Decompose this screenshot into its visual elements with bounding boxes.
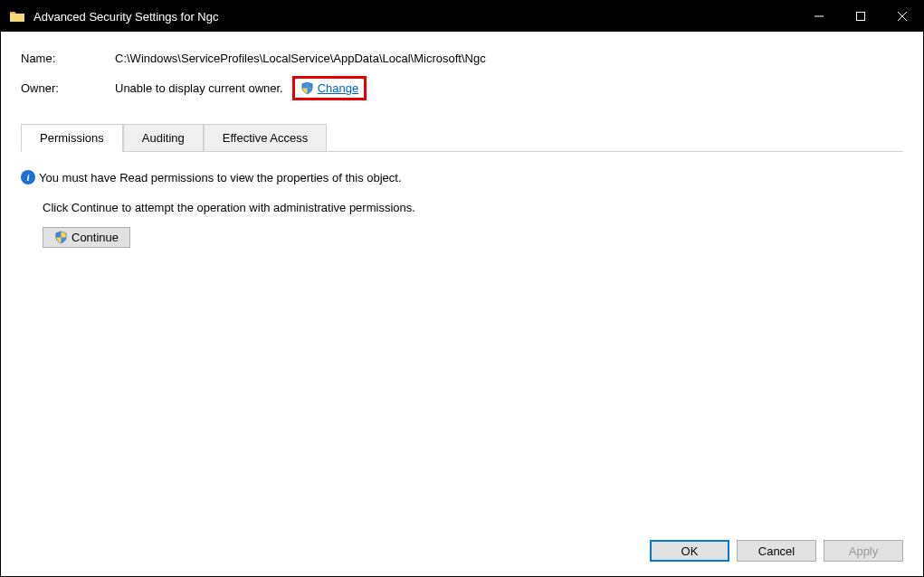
tab-permissions[interactable]: Permissions xyxy=(21,124,123,152)
name-label: Name: xyxy=(21,52,115,65)
continue-label: Continue xyxy=(71,231,119,244)
dialog-footer: OK Cancel Apply xyxy=(21,531,903,576)
close-button[interactable] xyxy=(881,1,923,32)
cancel-button[interactable]: Cancel xyxy=(737,540,816,562)
name-row: Name: C:\Windows\ServiceProfiles\LocalSe… xyxy=(21,52,903,65)
instruct-text: Click Continue to attempt the operation … xyxy=(43,201,903,214)
ok-button[interactable]: OK xyxy=(650,540,729,562)
svg-rect-0 xyxy=(857,13,865,21)
continue-button[interactable]: Continue xyxy=(43,227,130,248)
window-title: Advanced Security Settings for Ngc xyxy=(33,10,219,24)
owner-value: Unable to display current owner. xyxy=(115,81,283,95)
apply-button[interactable]: Apply xyxy=(824,540,903,562)
info-icon: i xyxy=(21,170,35,184)
owner-label: Owner: xyxy=(21,81,115,95)
info-text: You must have Read permissions to view t… xyxy=(39,171,402,184)
tab-effective-access[interactable]: Effective Access xyxy=(204,124,327,151)
maximize-button[interactable] xyxy=(840,1,881,32)
tab-body: i You must have Read permissions to view… xyxy=(21,152,903,531)
shield-icon xyxy=(54,231,68,244)
titlebar: Advanced Security Settings for Ngc xyxy=(1,1,923,32)
change-owner-highlight: Change xyxy=(292,76,367,100)
owner-row: Owner: Unable to display current owner. … xyxy=(21,76,903,100)
tab-strip: Permissions Auditing Effective Access xyxy=(21,124,903,152)
content-area: Name: C:\Windows\ServiceProfiles\LocalSe… xyxy=(1,32,923,576)
tab-auditing[interactable]: Auditing xyxy=(123,124,204,151)
folder-icon xyxy=(10,10,24,23)
change-owner-link[interactable]: Change xyxy=(318,81,359,95)
info-line: i You must have Read permissions to view… xyxy=(21,170,903,184)
minimize-button[interactable] xyxy=(798,1,840,32)
system-buttons xyxy=(798,1,923,32)
name-value: C:\Windows\ServiceProfiles\LocalService\… xyxy=(115,52,486,65)
shield-icon xyxy=(300,81,314,95)
